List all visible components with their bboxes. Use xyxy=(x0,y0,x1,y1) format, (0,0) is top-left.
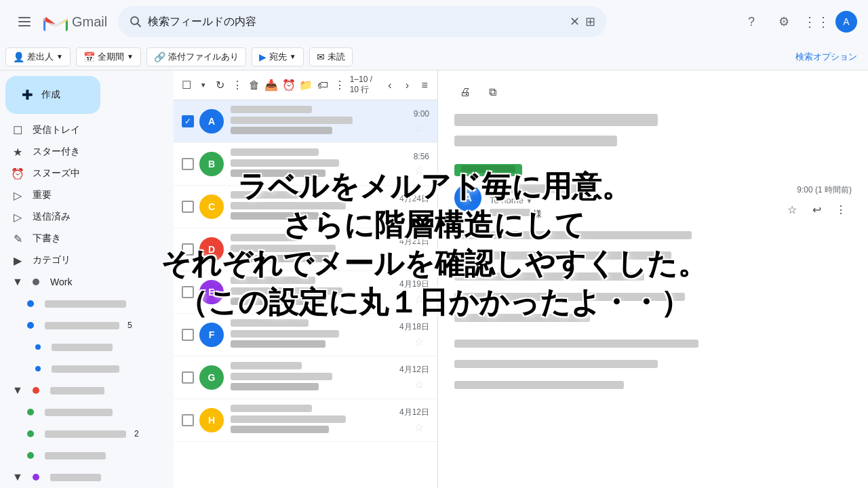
search-input[interactable] xyxy=(148,16,564,28)
recipient: 様 xyxy=(490,208,773,220)
star-icon[interactable]: ☆ xyxy=(414,336,424,348)
calendar-icon: 📅 xyxy=(83,52,95,62)
email-checkbox[interactable] xyxy=(182,201,194,213)
work-child4-label xyxy=(52,365,119,373)
sidebar-item-work[interactable]: ▼ Work xyxy=(0,271,174,293)
unread-filter-chip[interactable]: ✉ 未読 xyxy=(309,47,353,66)
clear-search-icon[interactable]: ✕ xyxy=(570,14,580,29)
attachment-filter-chip[interactable]: 🔗 添付ファイルあり xyxy=(146,47,246,66)
email-checkbox[interactable] xyxy=(182,329,194,341)
reply-icon[interactable]: ↩ xyxy=(806,199,827,220)
select-dropdown-icon[interactable]: ▼ xyxy=(196,75,210,96)
star-icon[interactable]: ☆ xyxy=(414,421,424,434)
email-meta: 4月24日 ☆ xyxy=(399,193,429,220)
select-all-checkbox[interactable]: ☐ xyxy=(179,75,193,96)
star-icon[interactable]: ☆ xyxy=(414,378,424,391)
work-dot xyxy=(33,279,39,285)
detail-toolbar: 🖨 ⧉ xyxy=(454,81,852,103)
work-child3-label xyxy=(52,344,113,351)
s2-item2-count: 2 xyxy=(134,429,139,439)
s2-item1-label xyxy=(45,409,113,416)
sender-filter-label: 差出人 xyxy=(27,51,54,63)
sidebar-item-sent[interactable]: ▷ 送信済み xyxy=(0,206,174,228)
email-content xyxy=(231,277,394,308)
email-checkbox[interactable]: ✓ xyxy=(182,115,194,127)
user-avatar[interactable]: A xyxy=(835,11,857,33)
sidebar-section2-item1[interactable] xyxy=(0,401,174,423)
archive-icon[interactable]: 📥 xyxy=(264,75,279,96)
sidebar-section2-item2[interactable]: 2 xyxy=(0,423,174,445)
sidebar-item-work-child-2[interactable]: 5 xyxy=(0,314,174,336)
detail-to[interactable]: To home ▼ xyxy=(490,195,773,205)
email-time: 8:56 xyxy=(414,152,429,161)
delete-icon[interactable]: 🗑 xyxy=(248,75,262,96)
email-meta: 9:00 ☆ xyxy=(414,109,429,134)
more-detail-icon[interactable]: ⋮ xyxy=(830,199,852,220)
sidebar-item-work-child-1[interactable] xyxy=(0,293,174,314)
sidebar-section3-header[interactable]: ▼ xyxy=(0,466,174,488)
search-bar[interactable]: ✕ ⊞ xyxy=(118,6,606,37)
settings-icon[interactable]: ⚙ xyxy=(770,8,797,35)
more-icon[interactable]: ⋮ xyxy=(332,75,347,96)
email-checkbox[interactable] xyxy=(182,243,194,256)
sidebar-section2-header[interactable]: ▼ xyxy=(0,380,174,401)
bookmark-icon[interactable]: ☆ xyxy=(781,199,803,220)
sidebar-section2-item3[interactable] xyxy=(0,445,174,466)
sidebar-item-snoozed[interactable]: ⏰ スヌーズ中 xyxy=(0,163,174,184)
sidebar-item-important[interactable]: ▷ 重要 xyxy=(0,184,174,206)
apps-icon[interactable]: ⋮⋮ xyxy=(803,8,830,35)
email-checkbox[interactable] xyxy=(182,158,194,170)
period-filter-chip[interactable]: 📅 全期間 ▼ xyxy=(76,47,141,66)
email-row[interactable]: E 4月19日 ☆ xyxy=(174,271,437,314)
snooze-list-icon[interactable]: ⏰ xyxy=(281,75,296,96)
sidebar: ✚ 作成 ☐ 受信トレイ ★ スター付き ⏰ スヌーズ中 ▷ 重要 ▷ 送信済み… xyxy=(0,70,174,488)
email-list: ☐ ▼ ↻ ⋮ 🗑 📥 ⏰ 📁 🏷 ⋮ 1–10 / 10 行 ‹ › ≡ ✓ … xyxy=(174,70,438,488)
email-row[interactable]: B 8:56 ☆ xyxy=(174,143,437,186)
star-icon[interactable]: ☆ xyxy=(414,250,424,263)
sidebar-item-drafts[interactable]: ✎ 下書き xyxy=(0,228,174,249)
email-checkbox[interactable] xyxy=(182,371,194,384)
email-row[interactable]: ✓ A 9:00 ☆ xyxy=(174,100,437,143)
email-subject xyxy=(231,287,394,298)
prev-page-icon[interactable]: ‹ xyxy=(382,75,397,96)
open-new-tab-icon[interactable]: ⧉ xyxy=(481,81,503,103)
move-icon[interactable]: 📁 xyxy=(298,75,313,96)
print-icon[interactable]: 🖨 xyxy=(454,81,476,103)
label-icon[interactable]: 🏷 xyxy=(315,75,330,96)
email-row[interactable]: D 4月21日 ☆ xyxy=(174,228,437,271)
list-view-toggle-icon[interactable]: ≡ xyxy=(417,75,432,96)
work-child1-label xyxy=(45,300,126,308)
email-row[interactable]: G 4月12日 ☆ xyxy=(174,357,437,399)
person-icon: 👤 xyxy=(13,52,24,62)
compose-button[interactable]: ✚ 作成 xyxy=(5,76,100,114)
email-row[interactable]: H 4月12日 ☆ xyxy=(174,399,437,442)
detail-sender-avatar: A xyxy=(454,184,481,211)
detail-right-meta: 9:00 (1 時間前) ☆ ↩ ⋮ xyxy=(781,184,852,220)
sidebar-item-work-child-3[interactable] xyxy=(0,336,174,358)
search-options-button[interactable]: 検索オプション xyxy=(790,48,863,66)
email-preview xyxy=(231,212,394,222)
email-checkbox[interactable] xyxy=(182,414,194,426)
sender-filter-chip[interactable]: 👤 差出人 ▼ xyxy=(5,47,71,66)
destination-filter-chip[interactable]: ▶ 宛先 ▼ xyxy=(252,47,304,66)
sidebar-item-starred[interactable]: ★ スター付き xyxy=(0,141,174,163)
sidebar-item-inbox[interactable]: ☐ 受信トレイ xyxy=(0,119,174,141)
sidebar-item-categories[interactable]: ▶ カテゴリ xyxy=(0,249,174,271)
star-icon[interactable]: ☆ xyxy=(414,207,424,220)
email-row[interactable]: F 4月18日 ☆ xyxy=(174,314,437,357)
next-page-icon[interactable]: › xyxy=(400,75,415,96)
sidebar-item-work-child-4[interactable] xyxy=(0,358,174,380)
refresh-icon[interactable]: ↻ xyxy=(213,75,227,96)
star-icon[interactable]: ☆ xyxy=(414,121,424,134)
email-checkbox[interactable] xyxy=(182,286,194,298)
filter-search-icon[interactable]: ⊞ xyxy=(585,14,595,29)
help-icon[interactable]: ? xyxy=(738,8,765,35)
email-row[interactable]: C 4月24日 ☆ xyxy=(174,186,437,228)
menu-icon[interactable] xyxy=(11,8,38,35)
email-content xyxy=(231,191,394,222)
star-icon[interactable]: ☆ xyxy=(414,293,424,306)
star-icon[interactable]: ☆ xyxy=(414,164,424,177)
svg-rect-2 xyxy=(18,25,31,26)
more-actions-icon[interactable]: ⋮ xyxy=(230,75,244,96)
dropdown-icon[interactable]: ▼ xyxy=(526,197,533,205)
